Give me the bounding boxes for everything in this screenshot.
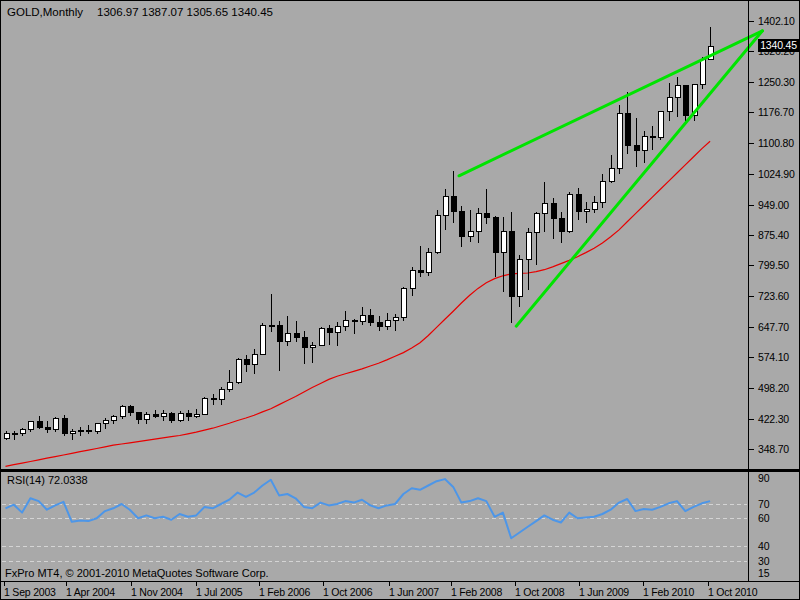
candle: [211, 394, 216, 405]
chart-header: GOLD,Monthly1306.97 1387.07 1305.65 1340…: [7, 6, 273, 18]
candle: [219, 387, 224, 405]
window-separator[interactable]: [1, 469, 800, 472]
candle: [236, 358, 241, 384]
candle: [53, 417, 58, 432]
candle: [45, 421, 50, 433]
candle: [418, 246, 423, 277]
candle: [426, 248, 431, 276]
candle: [584, 202, 589, 223]
candle: [360, 307, 365, 325]
candle: [401, 287, 406, 320]
candle: [576, 188, 581, 219]
candle: [28, 421, 33, 432]
trendline-upper[interactable]: [459, 31, 762, 176]
candle: [683, 85, 688, 122]
candle: [534, 212, 539, 265]
candle: [609, 155, 614, 183]
chart-canvas[interactable]: [1, 1, 800, 600]
candle: [302, 331, 307, 364]
candle: [410, 267, 415, 297]
candle: [144, 412, 149, 424]
candle: [542, 182, 547, 232]
candle: [285, 316, 290, 346]
time-axis[interactable]: [1, 581, 800, 600]
current-price-box: 1340.45: [758, 39, 799, 52]
candle: [111, 415, 116, 424]
candle: [128, 405, 133, 416]
candle: [327, 325, 332, 345]
candle: [186, 410, 191, 421]
candle: [4, 431, 9, 440]
candle: [377, 316, 382, 332]
candle: [443, 189, 448, 230]
rsi-indicator-label: RSI(14) 72.0338: [7, 474, 88, 486]
candle: [95, 423, 100, 435]
candle: [194, 409, 199, 419]
candle: [12, 431, 17, 440]
candle: [343, 311, 348, 331]
candle: [675, 77, 680, 117]
candle: [501, 217, 506, 292]
candle: [451, 171, 456, 223]
symbol-period-label: GOLD,Monthly: [7, 6, 83, 18]
candle: [120, 405, 125, 419]
candle: [459, 206, 464, 248]
candle: [393, 314, 398, 331]
candle: [617, 105, 622, 174]
candle: [269, 294, 274, 332]
candle: [634, 118, 639, 166]
candle: [227, 370, 232, 393]
candle: [700, 57, 705, 89]
candle: [310, 342, 315, 363]
candle: [161, 410, 166, 420]
candle: [252, 349, 257, 374]
candle: [86, 425, 91, 434]
candle: [551, 198, 556, 239]
candle: [178, 411, 183, 422]
candle: [567, 192, 572, 233]
candle: [526, 228, 531, 290]
candle: [493, 216, 498, 277]
rsi-line: [6, 479, 711, 538]
candle: [435, 210, 440, 253]
candle: [368, 309, 373, 326]
candle: [559, 212, 564, 243]
ohlc-values: 1306.97 1387.07 1305.65 1340.45: [97, 6, 273, 18]
candle: [650, 126, 655, 151]
candle: [517, 255, 522, 307]
candle: [294, 321, 299, 342]
candle: [136, 412, 141, 424]
candlesticks: [4, 27, 713, 440]
candle: [468, 210, 473, 242]
candle: [667, 83, 672, 121]
candle: [600, 174, 605, 208]
candle: [70, 429, 75, 440]
candle: [319, 327, 324, 346]
candle: [509, 212, 514, 323]
candle: [352, 319, 357, 334]
candle: [484, 189, 489, 224]
candle: [78, 427, 83, 437]
price-axis[interactable]: [748, 1, 800, 581]
chart-window: 1402.101326.201250.301176.701100.801024.…: [0, 0, 800, 600]
candle: [642, 131, 647, 163]
candle: [169, 412, 174, 423]
candle: [153, 410, 158, 419]
candle: [385, 313, 390, 330]
candle: [335, 322, 340, 346]
candle: [476, 208, 481, 243]
candle: [277, 321, 282, 371]
candle: [244, 355, 249, 372]
candle: [260, 323, 265, 356]
candle: [202, 397, 207, 415]
candle: [625, 92, 630, 154]
candle: [103, 418, 108, 429]
candle: [20, 428, 25, 436]
candle: [62, 415, 67, 436]
trendline-lower[interactable]: [516, 31, 762, 326]
candle: [592, 196, 597, 213]
candle: [658, 111, 663, 140]
copyright-text: FxPro MT4, © 2001-2010 MetaQuotes Softwa…: [5, 567, 269, 579]
candle: [37, 416, 42, 430]
